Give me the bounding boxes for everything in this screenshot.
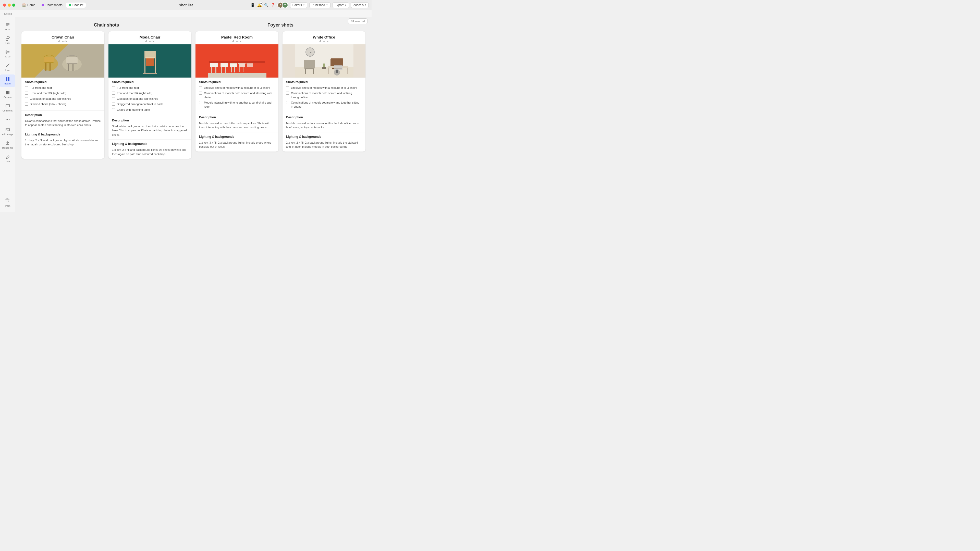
sidebar-item-column[interactable]: Column bbox=[0, 88, 15, 100]
sidebar-item-trash[interactable]: Trash bbox=[5, 196, 11, 209]
svg-rect-25 bbox=[45, 57, 54, 62]
trash-icon bbox=[5, 198, 10, 204]
crown-lighting-text: 1 x key, 2 x fill and background lights.… bbox=[25, 138, 101, 147]
svg-rect-5 bbox=[7, 51, 10, 52]
list-item: Lifestyle shots of models with a mixture… bbox=[286, 86, 362, 90]
tab-photoshoots[interactable]: Photoshoots bbox=[39, 3, 65, 8]
moda-chair-header: Moda Chair 4 cards bbox=[108, 32, 191, 44]
zoom-button[interactable]: Zoom out bbox=[351, 2, 369, 8]
page-title: Shot list bbox=[179, 3, 192, 7]
notification-area[interactable]: 🔔 0 bbox=[257, 3, 262, 7]
saved-bar: Saved bbox=[0, 10, 372, 17]
checkbox-m1[interactable] bbox=[112, 86, 115, 89]
help-icon[interactable]: ❓ bbox=[271, 3, 275, 7]
checkbox-w2[interactable] bbox=[286, 92, 289, 95]
checklist-text-3: Closeups of seat and leg finishes bbox=[30, 97, 71, 101]
chair-shots-heading: Chair shots bbox=[21, 22, 191, 28]
svg-rect-30 bbox=[66, 57, 78, 63]
pastel-red-room-card: Pastel Red Room 4 cards bbox=[196, 32, 278, 151]
white-office-lighting-text: 2 x key, 2 x fill, 2 x background lights… bbox=[286, 141, 362, 149]
white-office-lighting-title: Lighting & backgrounds bbox=[286, 135, 362, 138]
svg-rect-9 bbox=[8, 77, 10, 79]
moda-checklist-5: Chairs with matching table bbox=[117, 108, 150, 112]
sidebar-item-upload-file[interactable]: Upload file bbox=[0, 139, 15, 151]
white-office-lighting-section: Lighting & backgrounds 2 x key, 2 x fill… bbox=[283, 132, 366, 151]
svg-point-18 bbox=[9, 119, 10, 120]
link-icon bbox=[5, 36, 10, 41]
sidebar-item-board[interactable]: Board bbox=[0, 75, 15, 87]
checkbox-m2[interactable] bbox=[112, 92, 115, 95]
checkbox-m3[interactable] bbox=[112, 97, 115, 100]
export-dropdown[interactable]: Export ▼ bbox=[332, 2, 349, 8]
device-icon[interactable]: 📱 bbox=[250, 3, 255, 7]
checkbox-p2[interactable] bbox=[199, 92, 202, 95]
sidebar-column-label: Column bbox=[3, 96, 11, 98]
svg-rect-14 bbox=[8, 91, 10, 94]
pastel-desc-title: Description bbox=[199, 116, 275, 119]
svg-rect-80 bbox=[313, 69, 313, 74]
checkbox-w3[interactable] bbox=[286, 101, 289, 104]
svg-rect-24 bbox=[49, 63, 51, 71]
pastel-checklist-2: Combinations of models both seated and s… bbox=[204, 91, 275, 99]
sidebar-item-draw[interactable]: Draw bbox=[0, 152, 15, 165]
pastel-red-room-header: Pastel Red Room 4 cards bbox=[196, 32, 278, 44]
svg-rect-4 bbox=[6, 52, 7, 53]
sidebar-item-comment[interactable]: Comment bbox=[0, 102, 15, 114]
white-office-checklist-3: Combinations of models separately and to… bbox=[291, 101, 362, 109]
editors-dropdown[interactable]: Editors ▼ bbox=[290, 2, 307, 8]
minimize-icon[interactable]: — bbox=[360, 33, 363, 38]
checkbox-w1[interactable] bbox=[286, 86, 289, 89]
svg-rect-2 bbox=[6, 25, 8, 26]
checkbox-2[interactable] bbox=[25, 92, 28, 95]
sidebar-item-add-image[interactable]: Add image bbox=[0, 125, 15, 138]
traffic-lights bbox=[3, 3, 15, 6]
svg-rect-33 bbox=[146, 59, 154, 66]
svg-rect-15 bbox=[6, 104, 10, 107]
svg-rect-59 bbox=[209, 61, 265, 63]
white-office-title: White Office bbox=[286, 35, 363, 39]
list-item: Combinations of models both seated and w… bbox=[286, 91, 362, 99]
tab-home[interactable]: 🏠 Home bbox=[19, 2, 38, 8]
svg-rect-1 bbox=[6, 24, 10, 25]
white-office-desc-text: Models dressed in dark neutral outfits. … bbox=[286, 121, 362, 130]
tab-shot-list[interactable]: Shot list bbox=[66, 3, 86, 8]
sidebar-item-line[interactable]: Line bbox=[0, 61, 15, 73]
svg-rect-36 bbox=[143, 73, 157, 74]
checkbox-m4[interactable] bbox=[112, 103, 115, 106]
checkbox-p3[interactable] bbox=[199, 101, 202, 104]
list-item: Closeups of seat and leg finishes bbox=[25, 97, 101, 101]
crown-shots-section: Shots required Full front and rear Front… bbox=[21, 78, 104, 110]
checkbox-p1[interactable] bbox=[199, 86, 202, 89]
checkbox-1[interactable] bbox=[25, 86, 28, 89]
close-button[interactable] bbox=[3, 3, 6, 6]
svg-rect-10 bbox=[6, 79, 7, 81]
fullscreen-button[interactable] bbox=[12, 3, 15, 6]
svg-rect-28 bbox=[68, 64, 69, 71]
chair-shots-section: Chair shots Crown Chair 4 cards bbox=[21, 22, 191, 166]
checkbox-4[interactable] bbox=[25, 103, 28, 106]
sidebar-item-more[interactable] bbox=[0, 115, 15, 124]
minimize-button[interactable] bbox=[8, 3, 11, 6]
published-dropdown[interactable]: Published ▼ bbox=[309, 2, 331, 8]
sidebar-item-link[interactable]: Link bbox=[0, 34, 15, 46]
svg-rect-23 bbox=[45, 63, 46, 71]
unsorted-button[interactable]: 0 Unsorted bbox=[348, 18, 368, 24]
sidebar-item-note[interactable]: Note bbox=[0, 21, 15, 33]
crown-desc-section: Description Colorful compositions that s… bbox=[21, 110, 104, 130]
moda-checklist-2: front and rear 3/4 (right side) bbox=[117, 91, 152, 95]
crown-chair-header: Crown Chair 4 cards bbox=[21, 32, 104, 44]
svg-rect-13 bbox=[7, 91, 8, 94]
checklist-text-1: Full front and rear bbox=[30, 86, 52, 90]
checklist-text-2: Front and rear 3/4 (right side) bbox=[30, 91, 66, 95]
svg-rect-34 bbox=[145, 66, 145, 74]
svg-rect-73 bbox=[347, 68, 348, 74]
svg-rect-38 bbox=[145, 51, 145, 66]
export-label: Export bbox=[335, 3, 344, 7]
svg-rect-12 bbox=[6, 91, 7, 94]
foyer-shots-section: Foyer shots Pastel Red Room 4 cards bbox=[196, 22, 366, 166]
sidebar-item-todo[interactable]: To-do bbox=[0, 48, 15, 60]
search-icon[interactable]: 🔍 bbox=[264, 3, 269, 7]
checkbox-3[interactable] bbox=[25, 97, 28, 100]
white-office-checklist-2: Combinations of models both seated and w… bbox=[291, 91, 362, 99]
checkbox-m5[interactable] bbox=[112, 108, 115, 111]
